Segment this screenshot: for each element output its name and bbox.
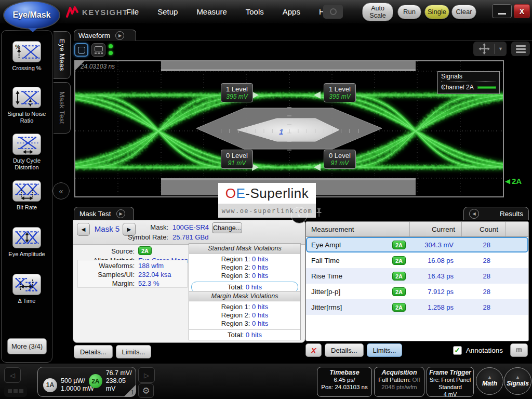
more-measurements-button[interactable]: More (3/4) bbox=[7, 338, 47, 354]
table-row-fall-time[interactable]: Fall Time2A 16.08 ps 28 bbox=[306, 252, 528, 268]
mask-test-panel-tab[interactable]: Mask Test ▶ bbox=[74, 207, 134, 220]
channel-page-right-button[interactable]: ▷ bbox=[138, 367, 155, 383]
tab-eye-meas[interactable]: Eye Meas bbox=[54, 31, 71, 79]
one-level-annotation[interactable]: 1 Level 395 mV bbox=[221, 83, 253, 102]
zero-level-annotation[interactable]: 0 Level 91 mV bbox=[221, 150, 253, 169]
legend-collapse-icon[interactable]: ∧ bbox=[441, 84, 445, 90]
signals-legend[interactable]: Signals ∧ Channel 2A bbox=[437, 71, 500, 94]
mask-test-play-icon[interactable]: ▶ bbox=[116, 209, 125, 218]
status-bar: ◁ 1A 500 µW/ 1.0000 mW 2A 76.7 mV/ 238.0… bbox=[0, 364, 532, 399]
signal-to-noise-button[interactable] bbox=[12, 87, 41, 108]
standard-violations-box: Standard Mask Violations Region 1: 0 hit… bbox=[189, 243, 301, 295]
mask-limits-button[interactable]: Limits... bbox=[116, 345, 152, 358]
sidebar-item-eyeamplitude[interactable]: Eye Amplitude bbox=[2, 227, 52, 258]
timebase-panel[interactable]: Timebase 6.45 ps/ Pos: 24.03103 ns bbox=[317, 367, 372, 397]
move-display-button[interactable]: ▼ bbox=[473, 42, 507, 56]
signals-button[interactable]: ▲ Signals bbox=[504, 367, 531, 395]
auto-scale-button[interactable]: Auto Scale bbox=[362, 3, 393, 21]
tab-mask-test[interactable]: Mask Test bbox=[54, 82, 71, 134]
minimize-button[interactable] bbox=[492, 4, 512, 18]
results-details-button[interactable]: Details... bbox=[325, 343, 364, 357]
table-view-button[interactable] bbox=[510, 343, 528, 357]
signals-label: Signals bbox=[507, 380, 529, 387]
eye-diagram-plot[interactable]: 1 24.03103 ns 1 Level 395 mV 1 Level 395… bbox=[74, 60, 504, 197]
zero-level-annotation[interactable]: 0 Level 91 mV bbox=[324, 150, 356, 169]
one-level-annotation[interactable]: 1 Level 395 mV bbox=[324, 83, 356, 102]
delta-time-button[interactable] bbox=[12, 274, 41, 295]
results-toolbar: X Details... Limits... ✓ Annotations bbox=[305, 343, 529, 357]
sidebar-collapse-button[interactable]: « bbox=[52, 182, 70, 200]
annotations-checkbox[interactable]: ✓ bbox=[453, 346, 462, 355]
duty-cycle-distortion-icon bbox=[14, 135, 40, 154]
run-button[interactable]: Run bbox=[397, 5, 421, 19]
menu-setup[interactable]: Setup bbox=[154, 5, 181, 18]
acquisition-panel[interactable]: Acquisition Full Pattern: Off 2048 pts/w… bbox=[374, 367, 424, 397]
table-row-jitter-rms[interactable]: Jitter[rms]2A 1.258 ps 28 bbox=[306, 299, 528, 315]
margin-value: 52.3 % bbox=[138, 280, 159, 287]
waveforms-label: Waveforms: bbox=[73, 262, 135, 270]
eye-mask-mode-button[interactable]: Eye/Mask bbox=[3, 1, 60, 30]
menu-apps[interactable]: Apps bbox=[280, 5, 303, 18]
channel-2a-badge: 2A bbox=[89, 374, 102, 388]
single-button[interactable]: Single bbox=[424, 5, 449, 19]
bit-rate-button[interactable] bbox=[12, 180, 41, 202]
sidebar-item-crossing[interactable]: % Crossing % bbox=[2, 41, 52, 72]
brand-text: KEYSIGHT bbox=[82, 8, 128, 17]
symbol-rate-value: 25.781 GBd bbox=[172, 233, 208, 241]
source-label: Source: bbox=[73, 247, 135, 255]
table-row-eye-ampl[interactable]: Eye Ampl2A 304.3 mV 28 bbox=[306, 237, 528, 252]
pin-icon[interactable] bbox=[315, 208, 323, 220]
duty-cycle-distortion-button[interactable] bbox=[12, 134, 41, 155]
zero-level-value: 91 mV bbox=[228, 159, 246, 167]
waveform-tab[interactable]: Waveform ▶ bbox=[74, 30, 136, 41]
timebase-scale: 6.45 ps/ bbox=[317, 376, 371, 383]
results-panel: ◀ Results Measurement Current Count Eye … bbox=[305, 207, 529, 363]
column-current[interactable]: Current bbox=[410, 222, 462, 236]
sidebar-item-label: Crossing % bbox=[3, 65, 51, 72]
channel-readout-panel[interactable]: 1A 500 µW/ 1.0000 mW 2A 76.7 mV/ 238.05 … bbox=[37, 367, 136, 397]
sidebar-item-bitrate[interactable]: Bit Rate bbox=[2, 180, 52, 211]
results-tab-label: Results bbox=[500, 210, 523, 218]
menu-measure[interactable]: Measure bbox=[193, 5, 230, 18]
delete-measurement-button[interactable]: X bbox=[305, 343, 322, 357]
quad-display-layout-button[interactable] bbox=[91, 43, 105, 57]
watermark-url: www.oe-superlink.com bbox=[218, 204, 316, 218]
settings-gear-button[interactable]: ⚙ bbox=[138, 383, 154, 398]
table-row-rise-time[interactable]: Rise Time2A 16.43 ps 28 bbox=[306, 268, 528, 284]
sidebar-item-deltatime[interactable]: Δ Time bbox=[2, 274, 52, 304]
sidebar-item-dcd[interactable]: Duty Cycle Distortion bbox=[2, 134, 52, 171]
eye-amplitude-button[interactable] bbox=[12, 227, 41, 248]
single-display-layout-button[interactable] bbox=[74, 43, 88, 57]
margin-total-row: Total: 0 hits bbox=[189, 329, 300, 340]
display-menu-button[interactable] bbox=[511, 42, 530, 56]
close-button[interactable]: X bbox=[514, 4, 530, 18]
channel-grid-button[interactable] bbox=[4, 385, 27, 397]
math-button[interactable]: ▲ Math bbox=[476, 367, 503, 395]
waveform-play-icon[interactable]: ▶ bbox=[115, 31, 124, 40]
menu-tools[interactable]: Tools bbox=[243, 5, 267, 18]
change-mask-button[interactable]: Change... bbox=[212, 222, 242, 233]
column-measurement[interactable]: Measurement bbox=[306, 222, 410, 236]
channel-marker-icon: ◀ bbox=[505, 177, 510, 185]
mask-details-button[interactable]: Details... bbox=[74, 345, 113, 358]
screenshot-camera-button[interactable] bbox=[323, 5, 343, 19]
channel-2a-marker: ◀ 2A bbox=[505, 177, 522, 185]
row-source-badge: 2A bbox=[392, 241, 406, 249]
results-panel-tab[interactable]: ◀ Results bbox=[463, 207, 529, 220]
results-back-icon[interactable]: ◀ bbox=[469, 209, 479, 219]
row-source-badge: 2A bbox=[392, 303, 406, 312]
results-limits-button[interactable]: Limits... bbox=[367, 343, 403, 357]
channel-page-left-button[interactable]: ◁ bbox=[4, 367, 21, 383]
crossing-percent-button[interactable]: % bbox=[12, 41, 41, 62]
zero-level-label: 0 Level bbox=[226, 152, 248, 159]
table-row-jitter-pp[interactable]: Jitter[p-p]2A 7.912 ps 28 bbox=[306, 284, 528, 299]
frame-trigger-panel[interactable]: Frame Trigger Src: Front Panel Standard … bbox=[427, 367, 474, 397]
frame-trigger-title: Frame Trigger bbox=[427, 369, 473, 376]
mask-test-panel: Mask Test ▶ ◄ Mask 5 ► Mask: 100GE-SR4 S… bbox=[73, 207, 305, 363]
column-count[interactable]: Count bbox=[462, 222, 506, 236]
sidebar-item-snr[interactable]: Signal to Noise Ratio bbox=[2, 87, 52, 124]
multi-window-icon bbox=[95, 46, 103, 51]
clear-button[interactable]: Clear bbox=[451, 5, 476, 19]
channel-1a-readout[interactable]: 1A 500 µW/ 1.0000 mW bbox=[43, 377, 94, 393]
dropdown-icon[interactable]: ▼ bbox=[495, 46, 507, 51]
